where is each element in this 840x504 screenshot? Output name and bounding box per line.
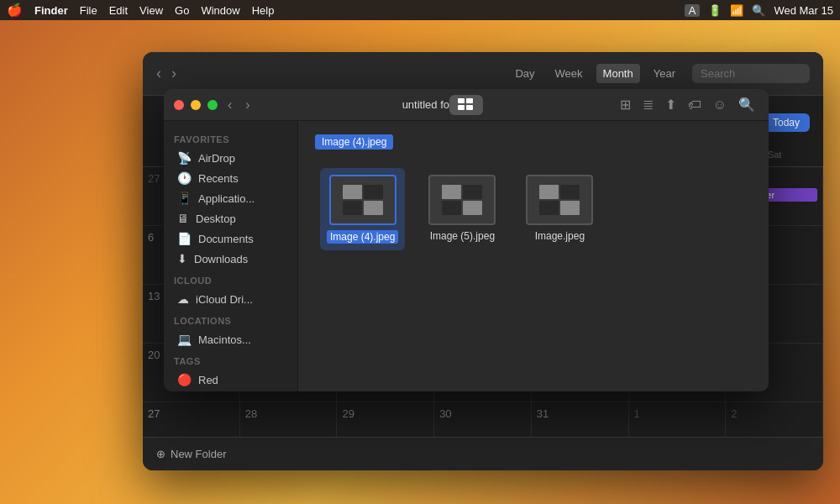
icloud-label: iCloud [164, 269, 297, 289]
more-button[interactable]: ☺ [710, 96, 730, 114]
sidebar-item-airdrop[interactable]: 📡 AirDrop [167, 148, 294, 168]
downloads-label: Downloads [194, 253, 248, 265]
cal-next-button[interactable]: › [171, 65, 176, 82]
close-button[interactable] [174, 100, 184, 110]
sort-button[interactable]: ≣ [639, 95, 657, 114]
cal-month-button[interactable]: Month [596, 64, 640, 83]
file-item-image5[interactable]: Image (5).jpeg [422, 168, 502, 250]
file-thumb-image4 [329, 175, 396, 225]
recents-label: Recents [198, 172, 239, 185]
tag-red-label: Red [198, 374, 218, 386]
cal-prev-button[interactable]: ‹ [156, 65, 161, 82]
menu-window[interactable]: Window [201, 4, 239, 17]
icloud-label: iCloud Dri... [196, 293, 253, 306]
plus-icon: ⊕ [156, 448, 165, 460]
sidebar-item-tag-orange[interactable]: 🟠 Orange [167, 390, 294, 391]
documents-label: Documents [198, 233, 254, 245]
new-folder-label[interactable]: New Folder [171, 448, 226, 460]
sidebar-item-tag-red[interactable]: 🔴 Red [167, 370, 294, 390]
cal-week-button[interactable]: Week [549, 64, 590, 83]
file-thumb-image [526, 175, 593, 225]
nav-back-button[interactable]: ‹ [224, 96, 235, 114]
sidebar-item-desktop[interactable]: 🖥 Desktop [167, 208, 294, 228]
desktop-label: Desktop [196, 213, 236, 225]
applications-icon: 📱 [177, 192, 192, 205]
view-mode-indicator [449, 95, 483, 115]
svg-rect-2 [458, 105, 465, 110]
apple-menu[interactable]: 🍎 [7, 3, 23, 18]
recents-icon: 🕐 [177, 171, 192, 185]
locations-label: Locations [164, 309, 297, 329]
new-folder-bar[interactable]: ⊕ New Folder [143, 437, 823, 470]
search-icon[interactable]: 🔍 [752, 4, 765, 17]
macintosh-icon: 💻 [177, 333, 192, 346]
calendar-search-input[interactable] [692, 64, 810, 83]
share-button[interactable]: ⬆ [662, 95, 680, 114]
view-options-button[interactable]: ⊞ [617, 95, 634, 114]
file-item-image[interactable]: Image.jpeg [519, 168, 600, 250]
sidebar-item-documents[interactable]: 📄 Documents [167, 228, 294, 249]
menu-edit[interactable]: Edit [109, 4, 128, 17]
menu-help[interactable]: Help [252, 4, 275, 17]
icloud-icon: ☁ [177, 292, 189, 306]
sidebar-item-macintosh[interactable]: 💻 Macintos... [167, 329, 294, 349]
desktop-icon: 🖥 [177, 212, 189, 225]
window-title: untitled folder [260, 98, 610, 111]
desktop: ‹ › Day Week Month Year March 2022 Today… [0, 20, 840, 504]
menu-file[interactable]: File [80, 4, 97, 17]
wifi-icon: 📶 [730, 4, 743, 17]
selected-file-label: Image (4).jpeg [315, 134, 393, 150]
menu-finder[interactable]: Finder [34, 4, 68, 17]
file-thumb-image5 [428, 175, 496, 225]
sidebar-item-downloads[interactable]: ⬇ Downloads [167, 249, 294, 269]
menu-go[interactable]: Go [175, 4, 189, 17]
svg-rect-1 [466, 98, 473, 103]
finder-sidebar: Favorites 📡 AirDrop 🕐 Recents 📱 Applicat… [164, 121, 298, 391]
sidebar-item-recents[interactable]: 🕐 Recents [167, 168, 294, 188]
svg-rect-3 [466, 105, 473, 110]
cal-today-button[interactable]: Today [763, 113, 810, 132]
battery-icon: 🔋 [708, 4, 722, 17]
user-badge: A [685, 4, 701, 17]
minimize-button[interactable] [191, 100, 201, 110]
menu-view[interactable]: View [139, 4, 163, 17]
finder-body: Favorites 📡 AirDrop 🕐 Recents 📱 Applicat… [164, 121, 769, 391]
airdrop-icon: 📡 [177, 151, 192, 165]
file-item-image4[interactable]: Image (4).jpeg [320, 168, 405, 250]
cal-day-button[interactable]: Day [508, 64, 541, 83]
file-name-image4: Image (4).jpeg [327, 230, 398, 244]
file-name-image5: Image (5).jpeg [430, 230, 495, 242]
finder-window: ‹ › untitled folder ⊞ ≣ ⬆ 🏷 [164, 89, 769, 391]
airdrop-label: AirDrop [198, 152, 235, 165]
tags-label: Tags [164, 349, 297, 370]
sidebar-item-applications[interactable]: 📱 Applicatio... [167, 188, 294, 208]
fullscreen-button[interactable] [207, 100, 218, 110]
finder-main-content: Image (4).jpeg Image (4 [298, 121, 769, 391]
menubar: 🍎 Finder File Edit View Go Window Help A… [0, 0, 840, 20]
datetime: Wed Mar 15 [774, 4, 833, 17]
tag-red-icon: 🔴 [177, 373, 192, 386]
file-name-image: Image.jpeg [535, 230, 585, 242]
macintosh-label: Macintos... [198, 333, 251, 346]
file-grid: Image (4).jpeg Image (5).jpeg [312, 134, 755, 250]
sidebar-item-icloud[interactable]: ☁ iCloud Dri... [167, 289, 294, 309]
tag-button[interactable]: 🏷 [685, 96, 705, 114]
grid-view-icon [458, 98, 475, 112]
cal-year-button[interactable]: Year [647, 64, 682, 83]
downloads-icon: ⬇ [177, 252, 187, 265]
svg-rect-0 [458, 98, 465, 103]
finder-titlebar: ‹ › untitled folder ⊞ ≣ ⬆ 🏷 [164, 89, 769, 121]
favorites-label: Favorites [164, 128, 297, 148]
search-button[interactable]: 🔍 [735, 95, 759, 114]
documents-icon: 📄 [177, 232, 192, 245]
nav-forward-button[interactable]: › [242, 96, 253, 114]
applications-label: Applicatio... [198, 192, 255, 205]
